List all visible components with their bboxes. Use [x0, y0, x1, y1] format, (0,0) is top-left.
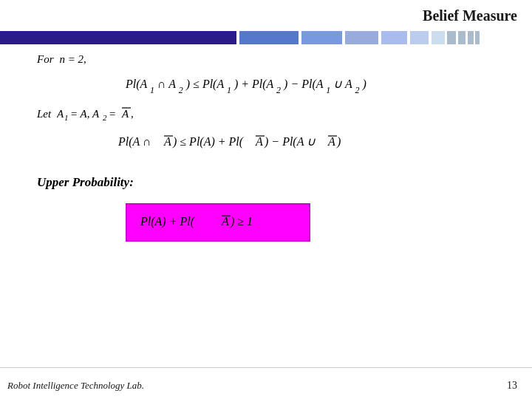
- upper-prob-title: Upper Probability:: [37, 175, 510, 190]
- highlight-formula-svg: Pl(A) + Pl( A ) ≥ 1: [140, 211, 296, 231]
- formula2-svg: Pl(A ∩ A ) ≤ Pl(A) + Pl( A ) − Pl(A ∪ A …: [111, 128, 436, 154]
- svg-text:A: A: [327, 135, 335, 148]
- bottom-divider: [0, 367, 532, 368]
- let-condition-svg: A 1 = A, A 2 = A ,: [57, 104, 175, 123]
- bar-blue2: [301, 31, 342, 44]
- slide: Belief Measure For n = 2, Pl(A 1 ∩ A: [0, 0, 532, 399]
- bar-tiny3: [468, 31, 474, 44]
- for-label: For: [37, 53, 54, 66]
- footer: Robot Intelligence Technology Lab. 13: [7, 380, 517, 392]
- let-label: Let: [37, 108, 51, 120]
- svg-text:,: ,: [131, 108, 134, 120]
- formula2: Pl(A ∩ A ) ≤ Pl(A) + Pl( A ) − Pl(A ∪ A …: [37, 128, 510, 154]
- svg-text:) ≤ Pl(A) + Pl(: ) ≤ Pl(A) + Pl(: [172, 135, 245, 149]
- formula1-svg: Pl(A 1 ∩ A 2 ) ≤ Pl(A 1 ) + Pl(A 2 ) − P…: [118, 72, 429, 95]
- svg-text:): ): [336, 135, 341, 149]
- let-condition: A 1 = A, A 2 = A ,: [57, 104, 175, 123]
- svg-text:A: A: [57, 108, 64, 120]
- svg-text:2: 2: [103, 113, 107, 122]
- footer-lab-text: Robot Intelligence Technology Lab.: [7, 380, 144, 392]
- bar-dark: [0, 31, 236, 44]
- for-condition: n = 2,: [60, 53, 86, 66]
- bar-blue1: [239, 31, 299, 44]
- footer-page-number: 13: [507, 380, 517, 392]
- bar-tiny4: [475, 31, 480, 44]
- deco-bar: [0, 31, 532, 44]
- slide-title: Belief Measure: [423, 7, 517, 24]
- content-area: For n = 2, Pl(A 1 ∩ A 2 ) ≤ Pl(A 1 ) + P…: [37, 53, 510, 242]
- svg-text:A: A: [221, 215, 229, 228]
- svg-text:=: =: [109, 108, 116, 120]
- let-line: Let A 1 = A, A 2 = A ,: [37, 104, 510, 123]
- svg-text:Pl(A) + Pl(: Pl(A) + Pl(: [140, 215, 196, 228]
- svg-text:) − Pl(A ∪: ) − Pl(A ∪: [264, 135, 316, 149]
- for-line: For n = 2,: [37, 53, 510, 66]
- svg-text:) ≥ 1: ) ≥ 1: [230, 215, 253, 228]
- bar-blue5: [410, 31, 429, 44]
- svg-text:Pl(A ∩: Pl(A ∩: [117, 135, 151, 149]
- bar-tiny2: [458, 31, 466, 44]
- svg-text:1: 1: [64, 113, 69, 122]
- svg-text:= A,  A: = A, A: [70, 108, 100, 120]
- svg-text:A: A: [255, 135, 263, 148]
- svg-text:Pl(A
          1
           ∩ : Pl(A 1 ∩ A 2 ) ≤ Pl(A 1 ) + Pl(A 2 ) − P…: [125, 78, 366, 95]
- highlight-formula-box: Pl(A) + Pl( A ) ≥ 1: [126, 203, 310, 242]
- bar-blue6: [432, 31, 445, 44]
- bar-blue3: [345, 31, 378, 44]
- svg-text:A: A: [163, 135, 171, 148]
- formula1: Pl(A 1 ∩ A 2 ) ≤ Pl(A 1 ) + Pl(A 2 ) − P…: [37, 72, 510, 95]
- bar-tiny1: [447, 31, 456, 44]
- svg-text:A: A: [121, 108, 129, 120]
- bar-blue4: [381, 31, 407, 44]
